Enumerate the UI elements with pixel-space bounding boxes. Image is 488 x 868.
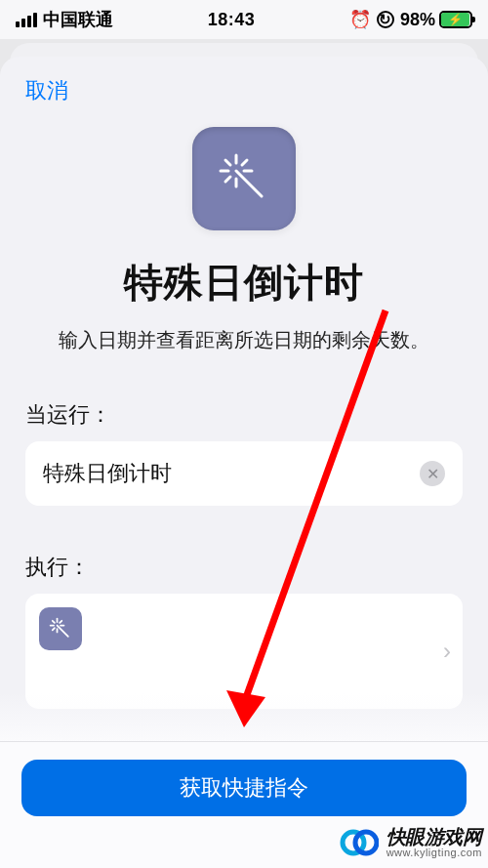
clear-text-button[interactable]: ✕ [420, 461, 445, 486]
shortcut-title: 特殊日倒计时 [25, 256, 463, 310]
when-run-label: 当运行： [25, 400, 463, 430]
battery-pct-label: 98% [400, 10, 435, 30]
watermark-logo-icon [340, 823, 379, 862]
svg-line-5 [225, 160, 230, 165]
signal-icon [16, 13, 37, 27]
rotation-lock-icon: ↻ [377, 11, 394, 28]
svg-line-14 [60, 621, 61, 623]
battery-indicator: 98% ⚡ [400, 10, 472, 30]
close-icon: ✕ [427, 465, 439, 483]
svg-line-0 [236, 171, 262, 196]
battery-icon: ⚡ [439, 11, 472, 28]
shortcut-name-value: 特殊日倒计时 [43, 459, 172, 488]
svg-line-7 [225, 177, 230, 182]
do-label: 执行： [25, 553, 463, 582]
shortcut-icon [192, 127, 296, 230]
hero: 特殊日倒计时 输入日期并查看距离所选日期的剩余天数。 [25, 127, 463, 353]
action-icon [39, 607, 82, 650]
cancel-button[interactable]: 取消 [25, 76, 68, 105]
status-bar-left: 中国联通 [16, 8, 113, 31]
chevron-right-icon: › [443, 638, 451, 665]
status-bar: 中国联通 18:43 ⏰ ↻ 98% ⚡ [0, 0, 488, 39]
action-card[interactable]: › [25, 594, 463, 709]
carrier-label: 中国联通 [43, 8, 113, 31]
shortcut-name-field[interactable]: 特殊日倒计时 ✕ [25, 441, 463, 506]
status-bar-time: 18:43 [208, 10, 256, 30]
watermark-title: 快眼游戏网 [386, 827, 482, 847]
shortcut-description: 输入日期并查看距离所选日期的剩余天数。 [25, 327, 463, 353]
svg-line-13 [53, 621, 55, 623]
wand-icon [48, 616, 73, 641]
wand-icon [215, 149, 273, 208]
watermark-url: www.kyligting.com [386, 847, 482, 859]
svg-line-8 [58, 626, 68, 637]
watermark: 快眼游戏网 www.kyligting.com [340, 823, 482, 862]
shortcut-preview-sheet: 取消 特殊日倒计时 输入日期并查看距离所选日期的 [0, 57, 488, 868]
charging-icon: ⚡ [448, 14, 463, 25]
alarm-icon: ⏰ [349, 9, 371, 30]
status-bar-right: ⏰ ↻ 98% ⚡ [349, 9, 472, 30]
svg-line-15 [53, 628, 55, 630]
svg-line-6 [242, 160, 247, 165]
get-shortcut-button[interactable]: 获取快捷指令 [21, 760, 467, 816]
